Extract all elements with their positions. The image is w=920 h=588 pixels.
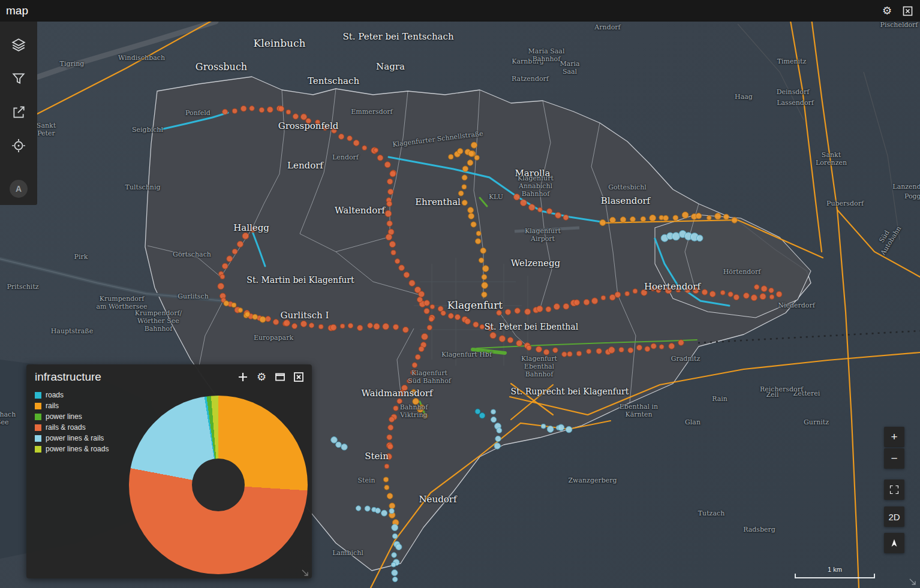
- legend-swatch: [35, 403, 41, 409]
- close-icon: [293, 372, 304, 382]
- legend-item[interactable]: power lines & rails: [35, 434, 109, 442]
- panel-settings-button[interactable]: ⚙: [255, 371, 267, 383]
- legend-label: roads: [46, 391, 64, 399]
- chart-legend: roadsrailspower linesrails & roadspower …: [35, 391, 109, 453]
- zoom-out-button[interactable]: −: [884, 448, 904, 469]
- window-title: map: [6, 4, 28, 17]
- legend-label: rails & roads: [46, 423, 86, 432]
- legend-label: power lines & roads: [46, 445, 109, 453]
- gear-icon: ⚙: [882, 5, 892, 16]
- close-button[interactable]: [901, 4, 914, 17]
- add-button[interactable]: [237, 371, 249, 383]
- locate-icon: [11, 138, 26, 153]
- layers-button[interactable]: [11, 37, 26, 53]
- panel-close-button[interactable]: [293, 371, 305, 383]
- scalebar-label: 1 km: [795, 566, 875, 573]
- share-icon: [11, 105, 26, 119]
- close-icon: [903, 6, 913, 16]
- filter-icon: [11, 71, 26, 86]
- compass-button[interactable]: [884, 533, 904, 553]
- infrastructure-panel: infrastructure ⚙ roadsrailspower linesra…: [26, 364, 312, 578]
- scalebar-bar: [795, 574, 875, 578]
- maximize-icon: [275, 372, 285, 382]
- legend-item[interactable]: roads: [35, 391, 109, 399]
- topbar: map ⚙: [0, 0, 920, 22]
- panel-title: infrastructure: [35, 370, 101, 384]
- fullscreen-button[interactable]: [884, 480, 904, 500]
- gear-icon: ⚙: [257, 372, 266, 382]
- legend-label: power lines & rails: [46, 434, 104, 442]
- maximize-button[interactable]: [274, 371, 286, 383]
- locate-button[interactable]: [11, 138, 26, 153]
- legend-item[interactable]: power lines & roads: [35, 445, 109, 453]
- legend-swatch: [35, 414, 41, 420]
- legend-label: rails: [46, 402, 59, 410]
- layers-icon: [11, 38, 26, 52]
- donut-chart[interactable]: [129, 396, 308, 574]
- legend-swatch: [35, 392, 41, 399]
- legend-item[interactable]: rails & roads: [35, 423, 109, 432]
- fullscreen-icon: [888, 484, 900, 496]
- donut-hole: [192, 459, 245, 511]
- left-toolbar: A: [0, 22, 37, 205]
- legend-item[interactable]: power lines: [35, 412, 109, 421]
- legend-swatch: [35, 446, 41, 453]
- scalebar: 1 km: [795, 566, 875, 578]
- panel-resize-handle[interactable]: [301, 569, 309, 577]
- plus-icon: [237, 372, 248, 382]
- avatar[interactable]: A: [10, 180, 28, 198]
- mode-2d-button[interactable]: 2D: [884, 506, 904, 527]
- legend-swatch: [35, 424, 41, 431]
- settings-button[interactable]: ⚙: [880, 4, 894, 17]
- zoom-in-button[interactable]: +: [884, 427, 904, 447]
- share-button[interactable]: [11, 104, 26, 120]
- map-resize-handle[interactable]: [909, 578, 916, 586]
- filter-button[interactable]: [11, 71, 26, 86]
- app-window: KleinbuchSt. Peter bei TentschachGrossbu…: [0, 0, 920, 588]
- legend-item[interactable]: rails: [35, 402, 109, 410]
- compass-icon: [888, 537, 900, 549]
- legend-label: power lines: [46, 412, 82, 421]
- legend-swatch: [35, 435, 41, 442]
